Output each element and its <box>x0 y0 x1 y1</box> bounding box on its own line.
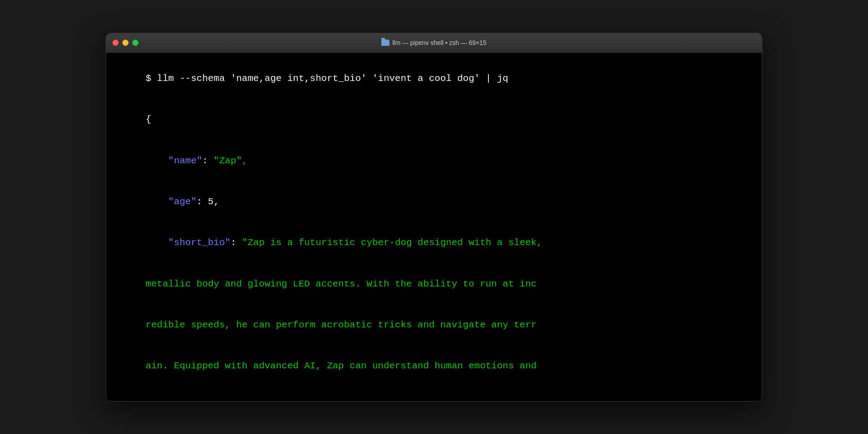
minimize-button[interactable] <box>122 40 129 46</box>
prompt-symbol: $ <box>146 73 152 84</box>
maximize-button[interactable] <box>132 40 139 46</box>
open-brace-line: { <box>112 99 753 140</box>
command-line: $ llm --schema 'name,age int,short_bio' … <box>112 58 753 99</box>
age-colon: : <box>197 197 208 207</box>
short-bio-value-3: redible speeds, he can perform acrobatic… <box>146 320 537 330</box>
short-bio-line5: respond with comforting actions. He's al… <box>112 387 753 402</box>
age-key: "age" <box>168 197 197 207</box>
short-bio-value-1: "Zap is a futuristic cyber-dog designed … <box>242 237 542 248</box>
terminal-content[interactable]: $ llm --schema 'name,age int,short_bio' … <box>106 53 762 402</box>
short-bio-key: "short_bio" <box>168 237 231 248</box>
folder-icon <box>381 40 389 46</box>
age-value: 5, <box>208 197 219 207</box>
command-text: llm --schema 'name,age int,short_bio' 'i… <box>151 73 508 84</box>
titlebar: llm — pipenv shell • zsh — 69×15 <box>106 33 762 53</box>
short-bio-value-4: ain. Equipped with advanced AI, Zap can … <box>146 361 537 371</box>
short-bio-line2: metallic body and glowing LED accents. W… <box>112 264 753 304</box>
name-value: "Zap", <box>214 156 248 166</box>
terminal-window[interactable]: llm — pipenv shell • zsh — 69×15 $ llm -… <box>106 33 762 402</box>
close-button[interactable] <box>112 40 119 46</box>
age-line: "age": 5, <box>112 181 753 222</box>
short-bio-key-line: "short_bio": "Zap is a futuristic cyber-… <box>112 223 753 264</box>
name-line: "name": "Zap", <box>112 140 753 181</box>
name-key: "name" <box>168 156 202 166</box>
short-bio-line4: ain. Equipped with advanced AI, Zap can … <box>112 346 753 387</box>
open-brace: { <box>146 114 152 125</box>
short-bio-line3: redible speeds, he can perform acrobatic… <box>112 304 753 345</box>
name-colon: : <box>202 156 214 166</box>
short-bio-value-2: metallic body and glowing LED accents. W… <box>146 279 537 289</box>
window-title: llm — pipenv shell • zsh — 69×15 <box>381 39 486 46</box>
short-bio-colon: : <box>231 237 242 248</box>
traffic-lights <box>112 40 139 46</box>
